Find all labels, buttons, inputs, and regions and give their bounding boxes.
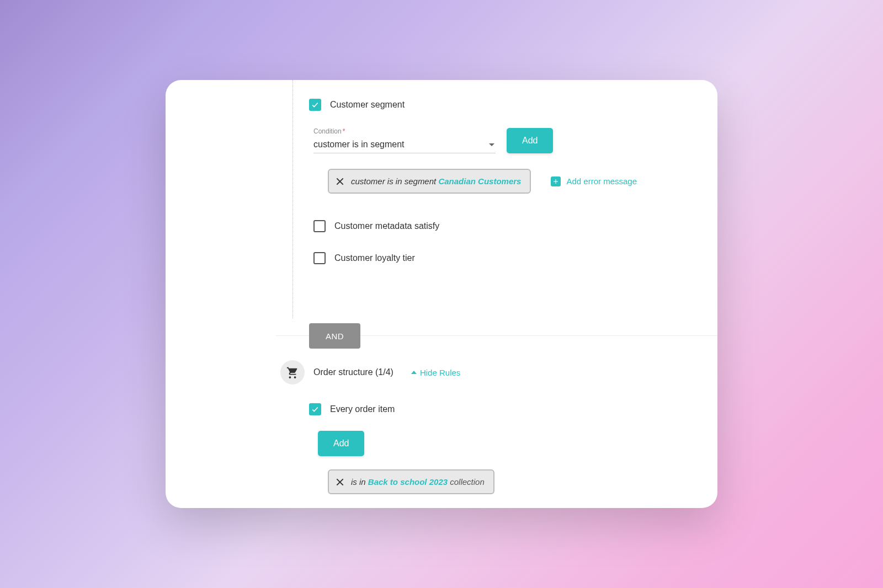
condition-field-label: Condition* (313, 127, 496, 135)
segment-condition-text: customer is in segment Canadian Customer… (351, 177, 521, 186)
check-icon (311, 101, 319, 109)
checkbox-customer-loyalty[interactable] (313, 252, 326, 264)
order-structure-title: Order structure (1/4) (313, 367, 393, 377)
check-icon (311, 405, 319, 413)
order-structure-body: Every order item Add is in Back to schoo… (166, 403, 717, 494)
required-asterisk: * (343, 127, 345, 135)
label-every-order-item: Every order item (330, 404, 395, 414)
hide-rules-toggle[interactable]: Hide Rules (411, 368, 460, 377)
option-customer-loyalty[interactable]: Customer loyalty tier (166, 252, 717, 264)
chevron-up-icon (411, 371, 417, 374)
caret-down-icon (489, 143, 494, 146)
collection-condition-chip: is in Back to school 2023 collection (328, 469, 494, 494)
segment-condition-chip: customer is in segment Canadian Customer… (328, 169, 531, 194)
option-every-order-item[interactable]: Every order item (166, 403, 717, 415)
hide-rules-text: Hide Rules (420, 368, 460, 377)
segment-link[interactable]: Canadian Customers (438, 177, 521, 186)
plus-icon (551, 177, 561, 186)
condition-chip-row: customer is in segment Canadian Customer… (166, 169, 717, 194)
checkbox-customer-segment[interactable] (309, 99, 321, 111)
cart-icon (286, 366, 299, 378)
close-icon[interactable] (336, 478, 344, 487)
condition-row: Condition* customer is in segment Add (166, 127, 717, 153)
option-customer-segment[interactable]: Customer segment (166, 99, 717, 111)
order-item-chip-row: is in Back to school 2023 collection (166, 469, 717, 494)
condition-select[interactable]: customer is in segment (313, 135, 496, 153)
add-error-message-text: Add error message (566, 177, 637, 186)
condition-field: Condition* customer is in segment (313, 127, 496, 153)
cart-icon-container (280, 360, 305, 384)
label-customer-loyalty: Customer loyalty tier (334, 253, 415, 263)
option-customer-metadata[interactable]: Customer metadata satisfy (166, 220, 717, 232)
add-error-message-link[interactable]: Add error message (551, 177, 637, 186)
order-structure-header: Order structure (1/4) Hide Rules (166, 360, 717, 384)
add-order-rule-wrap: Add (166, 431, 717, 456)
close-icon[interactable] (336, 177, 344, 186)
label-customer-metadata: Customer metadata satisfy (334, 221, 439, 231)
collection-condition-text: is in Back to school 2023 collection (351, 477, 485, 487)
add-condition-button[interactable]: Add (507, 128, 553, 153)
checkbox-every-order-item[interactable] (309, 403, 321, 415)
collection-link[interactable]: Back to school 2023 (368, 477, 448, 487)
label-customer-segment: Customer segment (330, 100, 405, 110)
rules-card: Customer segment Condition* customer is … (166, 80, 717, 508)
card-content: Customer segment Condition* customer is … (166, 80, 717, 508)
vertical-guide-top (292, 80, 293, 318)
checkbox-customer-metadata[interactable] (313, 220, 326, 232)
condition-select-value: customer is in segment (313, 140, 405, 149)
and-connector: AND (309, 323, 360, 349)
order-structure-section: Order structure (1/4) Hide Rules Every o… (166, 360, 717, 494)
add-order-rule-button[interactable]: Add (318, 431, 364, 456)
